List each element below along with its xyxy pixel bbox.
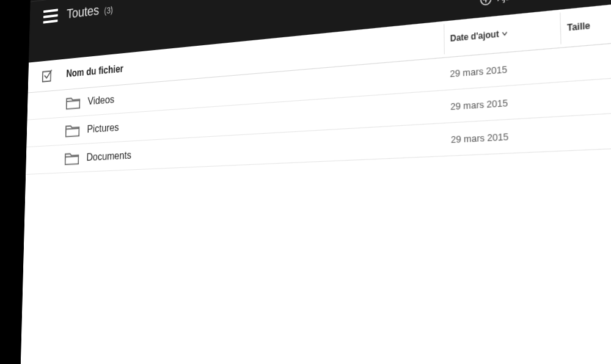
folder-icon	[65, 123, 80, 139]
row-size	[562, 51, 611, 65]
row-date: 29 mars 2015	[445, 93, 563, 112]
add-files-label: Ajouter des fichiers	[497, 0, 574, 4]
column-date[interactable]: Date d'ajout	[444, 13, 562, 54]
app-window: Tous les fichiers Photos et Vidéos Toute…	[20, 0, 611, 364]
hamburger-icon[interactable]	[43, 5, 58, 26]
row-date: 29 mars 2015	[444, 59, 562, 79]
breadcrumb[interactable]: Toutes (3)	[67, 1, 113, 22]
select-all-icon[interactable]	[42, 68, 53, 82]
folder-icon	[65, 95, 81, 111]
breadcrumb-label: Toutes	[67, 2, 100, 22]
breadcrumb-count: (3)	[104, 5, 113, 16]
folder-icon	[64, 150, 79, 166]
add-files-button[interactable]: Ajouter des fichiers	[480, 0, 574, 6]
plus-circle-icon	[480, 0, 492, 6]
row-date: 29 mars 2015	[445, 128, 564, 145]
row-size	[563, 87, 611, 99]
row-size	[563, 124, 611, 133]
sort-desc-icon	[502, 31, 508, 37]
